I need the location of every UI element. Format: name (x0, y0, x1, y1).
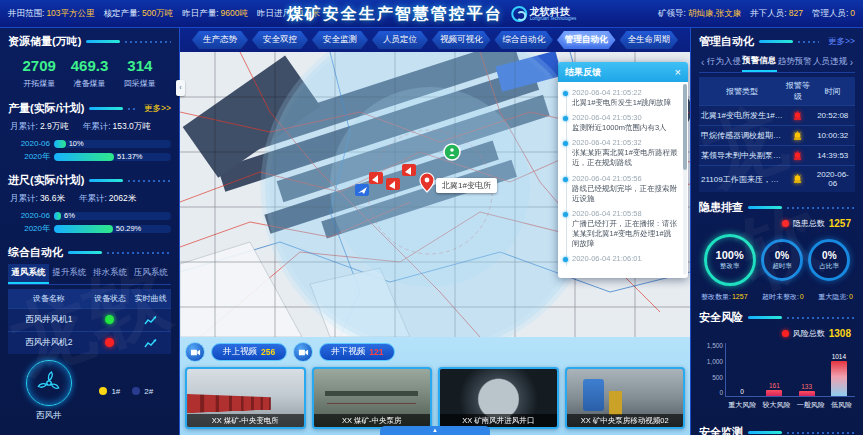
mine-map[interactable]: 北翼1#变电所 ‹ 结果反馈 × 2020-06-04 21:05:22 北翼1… (180, 52, 690, 337)
result-feedback-popup: ‹ 结果反馈 × 2020-06-04 21:05:22 北翼1#变电所发生1#… (558, 62, 688, 278)
bar-general-risk: 133 (799, 342, 815, 396)
tab-personnel-violation[interactable]: 人员违规 (812, 53, 847, 71)
kpi-value: 9600吨 (221, 8, 248, 18)
col-header: 设备状态 (90, 289, 131, 309)
kpi-label: 核定产量: (104, 8, 140, 18)
alarm-level-icon (792, 111, 803, 120)
map-marker-label[interactable]: 北翼1#变电所 (436, 178, 497, 193)
popup-header: 结果反馈 × (558, 62, 688, 82)
tab-hoist[interactable]: 提升系统 (49, 264, 90, 284)
col-header: 报警等级 (785, 77, 811, 106)
tab-trend-alert[interactable]: 趋势预警 (777, 53, 812, 71)
stat-value: 2709 (14, 57, 64, 74)
y-tick: 1,500 (707, 343, 723, 350)
table-row[interactable]: 甲烷传感器调校超期预警… 10:00:32 (699, 126, 855, 146)
col-header: 报警类型 (699, 77, 785, 106)
y-axis: 1,500 1,000 500 0 (699, 343, 723, 397)
nav-tab-lifecycle[interactable]: 全生命周期 (620, 31, 679, 49)
chevron-left-icon[interactable]: ‹ (699, 57, 706, 68)
stat-label: 回采煤量 (115, 78, 165, 89)
x-tick: 一般风险 (797, 400, 825, 410)
kpi-value: 103平方公里 (46, 8, 94, 18)
curve-chart-icon[interactable] (130, 332, 171, 355)
ring-label: 超时率 (772, 262, 792, 271)
strip-collapse-button[interactable]: ▲ (380, 426, 490, 435)
popup-scrollbar[interactable] (683, 84, 687, 275)
progress-track: 51.37% (54, 153, 171, 161)
video-thumbnail[interactable]: XX 矿中央泵房移动视频02 (565, 367, 686, 429)
progress-row: 2020-06 6% (8, 211, 171, 220)
timeline-time: 2020-06-04 21:05:56 (572, 174, 678, 183)
tab-compressed-air[interactable]: 压风系统 (130, 264, 171, 284)
kpi-label: 井田范围: (8, 8, 44, 18)
timeline-time: 2020-06-04 21:05:30 (572, 113, 678, 122)
tab-ventilation[interactable]: 通风系统 (8, 264, 49, 284)
nav-tab-personnel-location[interactable]: 人员定位 (372, 31, 428, 49)
tab-drainage[interactable]: 排水系统 (90, 264, 131, 284)
progress-label: 2020年 (8, 151, 50, 162)
alarm-table: 报警类型 报警等级 时间 北翼1#变电所发生1#跳闸… 20:52:08 甲烷传… (699, 77, 855, 192)
nav-tab-integrated-automation[interactable]: 综合自动化 (495, 31, 554, 49)
device-name: 西风井风机2 (8, 332, 90, 355)
ring-value: 0% (822, 250, 836, 261)
nav-tab-production-status[interactable]: 生产态势 (192, 31, 248, 49)
nav-tab-video-visualization[interactable]: 视频可视化 (432, 31, 491, 49)
header-dots (787, 432, 855, 434)
surface-video-button[interactable]: 井上视频 256 (211, 343, 287, 361)
stat-value: 469.3 (64, 57, 114, 74)
table-row[interactable]: 21109工作面来压，预计… 2020-06-06 (699, 166, 855, 193)
video-count-badge: 121 (369, 347, 383, 357)
close-icon[interactable]: × (675, 67, 681, 78)
video-thumbnail[interactable]: XX 矿南风井进风井口 (438, 367, 559, 429)
more-link[interactable]: 更多>> (828, 36, 855, 48)
table-row[interactable]: 某领导未到中央副泵房3-3… 14:39:53 (699, 146, 855, 166)
ring-value: 0% (775, 250, 789, 261)
nav-tab-management-automation[interactable]: 管理自动化 (557, 31, 616, 49)
chevron-right-icon[interactable]: › (848, 57, 855, 68)
header-accent (748, 206, 782, 209)
curve-chart-icon[interactable] (130, 309, 171, 332)
alert-tabs: ‹ 行为入侵 预警信息 趋势预警 人员违规 › (699, 52, 855, 73)
tab-behavior-intrusion[interactable]: 行为入侵 (706, 53, 741, 71)
video-strip: 井上视频 256 井下视频 121 XX 煤矿-中央变电所 X (180, 337, 690, 435)
progress-value: 51.37% (117, 152, 142, 161)
video-count-badge: 256 (261, 347, 275, 357)
section-automation: 综合自动化 通风系统 提升系统 排水系统 压风系统 设备名称 设备状态 实时曲线… (0, 239, 179, 424)
bar-value: 0 (740, 388, 744, 395)
device-table: 设备名称 设备状态 实时曲线 西风井风机1 西风井风机2 (8, 289, 171, 354)
alarm-type: 某领导未到中央副泵房3-3… (699, 146, 785, 166)
header-accent (68, 251, 102, 254)
underground-video-button[interactable]: 井下视频 121 (319, 343, 395, 361)
timeline-item: 2020-06-04 21:05:32 张某某距离北翼1#变电所路程最近，正在规… (572, 138, 678, 168)
header-accent (748, 316, 782, 319)
progress-value: 10% (69, 139, 84, 148)
section-title: 产量(实际/计划) (8, 101, 84, 116)
red-dot-icon (782, 330, 789, 337)
left-panel-collapse-handle[interactable]: ‹ (176, 80, 185, 96)
overdue-rate-ring: 0% 超时率 (761, 239, 803, 281)
video-thumbnail[interactable]: XX 煤矿-中央泵房 (312, 367, 433, 429)
alarm-time: 2020-06-06 (811, 166, 856, 193)
nav-tab-safety-dual-control[interactable]: 安全双控 (252, 31, 308, 49)
progress-fill (54, 225, 113, 233)
progress-value: 50.29% (116, 224, 141, 233)
table-row[interactable]: 北翼1#变电所发生1#跳闸… 20:52:08 (699, 106, 855, 126)
timeline-text: 广播已经打开，正在播报：请张某某到北翼1#变电所处理1#跳闸故障 (572, 219, 678, 249)
camera-icon[interactable] (185, 342, 205, 362)
x-tick: 低风险 (831, 400, 852, 410)
timeline-item: 2020-06-04 21:05:56 路线已经规划完毕，正在搜索附近设施 (572, 174, 678, 204)
more-link[interactable]: 更多>> (144, 103, 171, 115)
video-thumbnail[interactable]: XX 煤矿-中央变电所 (185, 367, 306, 429)
status-dot (105, 315, 114, 324)
bar-larger-risk: 161 (766, 342, 782, 396)
header-dots (128, 108, 135, 110)
tab-alert-info[interactable]: 预警信息 (742, 52, 777, 72)
section-title: 资源储量(万吨) (8, 34, 81, 49)
header-dots (787, 207, 855, 209)
table-row: 西风井风机1 (8, 309, 171, 332)
nav-tab-safety-monitoring[interactable]: 安全监测 (312, 31, 368, 49)
camera-icon[interactable] (293, 342, 313, 362)
video-caption: XX 矿中央泵房移动视频02 (567, 414, 684, 427)
timeline-text: 监测附近1000m范围内有3人 (572, 123, 678, 133)
sum-value: 36.6米 (40, 193, 65, 203)
